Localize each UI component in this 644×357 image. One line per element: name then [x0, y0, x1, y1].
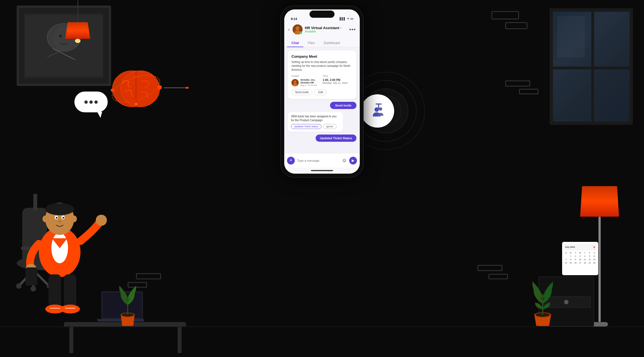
home-indicator	[284, 168, 360, 174]
svg-point-14	[16, 283, 22, 289]
meeting-details: Invited	[291, 75, 353, 87]
svg-point-43	[135, 103, 137, 105]
plant-left	[117, 282, 139, 327]
lamp-bulb	[75, 39, 80, 43]
message-input[interactable]	[297, 159, 340, 162]
meeting-card: Company Meet Setting up time to chat abo…	[288, 50, 356, 99]
svg-point-34	[61, 305, 80, 313]
svg-point-26	[42, 216, 48, 222]
desk-leg-right	[178, 326, 182, 353]
invited-names: Streebo .inc,Streebo HR	[300, 79, 317, 84]
floor-line	[0, 326, 644, 327]
brain-container	[108, 64, 164, 115]
svg-point-54	[374, 107, 379, 112]
updated-ticket-status-button[interactable]: Updated Ticket Status	[316, 135, 356, 142]
tab-chat[interactable]: Chat	[287, 39, 303, 47]
svg-point-41	[157, 85, 162, 90]
invited-row: Streebo .inc,Streebo HR May 4, 10:30 AM	[291, 79, 317, 87]
status-icons: ▌▌▌ ⚬ ▭	[340, 17, 353, 21]
svg-point-28	[96, 215, 107, 226]
send-icon: ▶	[352, 158, 354, 163]
svg-point-5	[59, 35, 62, 37]
calendar-x-mark: ×	[593, 245, 595, 249]
deco-rect-4	[519, 89, 539, 94]
svg-point-25	[58, 221, 61, 223]
wall-frame-inner	[24, 13, 103, 78]
phone-screen: 8:14 ▌▌▌ ⚬ ▭ ‹	[284, 9, 360, 174]
lamp-shade	[65, 22, 90, 39]
deco-rect-3	[505, 80, 530, 87]
tab-bar: Chat Files Dashboard	[284, 37, 360, 47]
speech-bubble	[74, 92, 108, 112]
svg-point-27	[71, 216, 77, 222]
svg-rect-32	[64, 274, 76, 308]
jira-message-container: JIRA ticket has been assigned to you for…	[288, 112, 356, 132]
meeting-date: Monday, July 11, 2024	[323, 82, 348, 84]
agent-status: Available	[305, 30, 347, 33]
scene: July 2024 × SMTWTFS 123456 78910111213 1…	[0, 0, 644, 357]
time-label: Time	[323, 75, 348, 77]
send-invite-outline-button[interactable]: Send invite	[291, 89, 312, 95]
ceiling-lamp	[65, 0, 90, 43]
update-ticket-status-button[interactable]: Updated Ticket Status	[291, 124, 321, 129]
send-invite-bot-button[interactable]: Send invite	[330, 102, 356, 109]
message-input-bar: + ☺ ▶	[284, 153, 360, 168]
speech-dot-2	[89, 100, 93, 104]
battery-icon: ▭	[350, 17, 353, 21]
svg-point-24	[62, 217, 64, 219]
svg-point-63	[294, 80, 296, 83]
svg-rect-30	[26, 267, 37, 285]
floor-lamp-pole	[598, 217, 601, 322]
svg-rect-31	[49, 274, 61, 308]
signal-icon: ▌▌▌	[340, 17, 346, 20]
speech-dot-1	[84, 100, 88, 104]
add-attachment-button[interactable]: +	[287, 157, 295, 164]
window-pane-v	[591, 12, 594, 121]
online-indicator	[300, 32, 302, 34]
meeting-description: Setting up time to chat about yearly com…	[291, 60, 353, 72]
invited-label: Invited	[291, 75, 317, 77]
chat-messages: Company Meet Setting up time to chat abo…	[284, 47, 360, 153]
status-time: 8:14	[291, 17, 297, 21]
calendar-header: July 2024 ×	[564, 244, 597, 250]
ignore-button[interactable]: Ignore	[323, 124, 336, 129]
speech-dot-3	[94, 100, 98, 104]
send-message-button[interactable]: ▶	[349, 157, 357, 164]
plant-right	[530, 279, 555, 327]
meeting-actions: Send invite Edit	[291, 89, 353, 95]
svg-rect-8	[33, 194, 37, 211]
nightstand-knob	[564, 300, 568, 304]
avatar-container	[293, 24, 303, 34]
invited-date: May 4, 10:30 AM	[300, 84, 317, 87]
edit-button[interactable]: Edit	[315, 89, 326, 95]
svg-point-23	[56, 217, 57, 219]
svg-point-20	[45, 203, 74, 215]
more-options-button[interactable]: •••	[349, 26, 356, 33]
phone-mockup: 8:14 ▌▌▌ ⚬ ▭ ‹	[280, 6, 364, 178]
emoji-button[interactable]: ☺	[342, 158, 347, 163]
deco-rect-7	[477, 265, 502, 271]
calendar-grid: SMTWTFS 123456 78910111213 1415161718192…	[564, 251, 597, 264]
lamp-cord	[77, 0, 78, 22]
deco-rect-1	[491, 11, 519, 19]
agent-name: HR Virtual Assistant	[305, 26, 339, 30]
deco-rect-8	[489, 274, 508, 279]
tab-files[interactable]: Files	[303, 39, 319, 47]
svg-point-15	[31, 286, 36, 292]
back-button[interactable]: ‹	[288, 27, 290, 32]
invited-info: Streebo .inc,Streebo HR May 4, 10:30 AM	[300, 79, 317, 87]
svg-point-55	[379, 107, 382, 111]
meeting-title: Company Meet	[291, 54, 353, 59]
tab-dashboard[interactable]: Dashboard	[319, 39, 344, 47]
calendar: July 2024 × SMTWTFS 123456 78910111213 1…	[562, 242, 598, 275]
chat-header: ‹ HR Virtual Assista	[284, 22, 360, 37]
invited-avatar	[291, 79, 299, 86]
home-bar	[311, 170, 333, 171]
jira-actions: Updated Ticket Status Ignore	[291, 124, 340, 129]
meeting-time: 1:00- 2:00 PM	[323, 79, 348, 82]
svg-point-42	[111, 88, 114, 92]
chevron-icon: ›	[340, 26, 341, 29]
phone-notch	[310, 11, 334, 18]
desk-leg-left	[69, 326, 73, 353]
window-frame	[550, 8, 633, 125]
